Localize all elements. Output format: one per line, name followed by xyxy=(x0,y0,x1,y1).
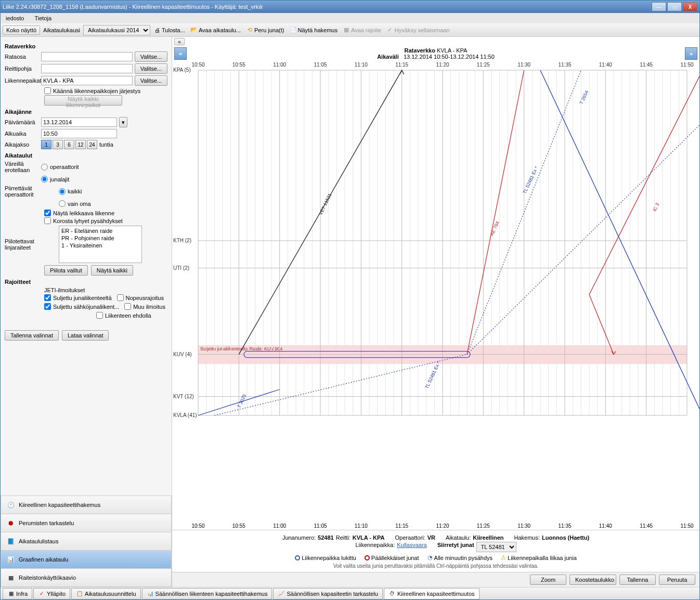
nav-graafinen[interactable]: 📊Graafinen aikataulu xyxy=(1,551,172,569)
maximize-button[interactable]: ▭ xyxy=(667,2,682,11)
koko-naytto-button[interactable]: Koko näyttö xyxy=(3,25,40,35)
hyvaksy-button[interactable]: ✓Hyväksy sellaisenaan xyxy=(384,25,452,35)
train-graph[interactable]: 10:5010:5010:5510:5511:0011:0011:0511:05… xyxy=(172,61,699,530)
aikataulut-title: Aikataulut xyxy=(5,152,167,159)
status-tab-aikataulusuunnittelu[interactable]: 📋Aikataulusuunnittelu xyxy=(71,588,140,599)
piilota-button[interactable]: Piilota valitut xyxy=(44,265,88,276)
nopeusrajoitus-checkbox[interactable] xyxy=(117,294,124,301)
aikataulukausi-label: Aikataulukausi xyxy=(41,26,82,34)
chart-rataverkko-value: KVLA - KPA xyxy=(437,47,468,54)
liikennepaikat-input[interactable] xyxy=(41,76,133,85)
clock-icon: 🕐 xyxy=(6,500,16,510)
liikennepaikat-valitse-button[interactable]: Valitse... xyxy=(135,75,167,86)
reittipohja-input[interactable] xyxy=(41,64,133,73)
piirrettavat-label: Piirrettävät operaattorit xyxy=(5,185,57,198)
legend-lukittu-icon xyxy=(295,555,300,560)
print-icon: 🖨 xyxy=(153,27,161,34)
datepicker-button[interactable]: ▾ xyxy=(119,117,127,127)
rataverkko-title: Rataverkko xyxy=(5,43,167,49)
aikataulukausi-select[interactable]: Aikataulukausi 2014 xyxy=(83,25,150,35)
liikenteen-ehdolla-checkbox[interactable] xyxy=(96,312,103,319)
svg-line-69 xyxy=(540,70,699,415)
titlebar[interactable]: Liike 2.24.r30872_1208_1158 (Laadunvarmi… xyxy=(1,1,699,13)
avaa-rajoite-button[interactable]: ▦Avaa rajoite xyxy=(341,25,383,35)
nayta-kaikki-button[interactable]: Näytä kaikki xyxy=(91,265,133,276)
jakso-1[interactable]: 1 xyxy=(41,140,51,149)
jakso-3[interactable]: 3 xyxy=(53,140,63,149)
peruuta-button[interactable]: Peruuta xyxy=(659,575,695,585)
operaattorit-radio[interactable] xyxy=(41,164,48,171)
rajoitteet-title: Rajoitteet xyxy=(5,279,167,285)
suljettu-junal-checkbox[interactable] xyxy=(44,294,51,301)
jakso-12[interactable]: 12 xyxy=(75,140,86,149)
prev-arrow-button[interactable]: « xyxy=(174,47,187,60)
paivamaara-label: Päivämäärä xyxy=(5,119,39,125)
list-item[interactable]: ER - Eteläinen raide xyxy=(60,227,140,234)
collapse-button[interactable]: « xyxy=(174,38,185,45)
list-item[interactable]: 1 - Yksiraiteinen xyxy=(60,242,140,249)
close-button[interactable]: X xyxy=(683,2,697,11)
tuntia-label: tuntia xyxy=(99,141,113,148)
kooste-button[interactable]: Koostetaulukko xyxy=(569,575,616,585)
list-item[interactable]: PR - Pohjoinen raide xyxy=(60,234,140,242)
korosta-checkbox[interactable] xyxy=(44,217,51,224)
status-tab-kiireellinen[interactable]: ⏱Kiireellinen kapasiteettimuutos xyxy=(384,588,479,599)
check-icon: ✓ xyxy=(386,27,394,34)
toolbar: Koko näyttö Aikataulukausi Aikataulukaus… xyxy=(1,23,699,37)
paivamaara-input[interactable] xyxy=(41,118,117,127)
leikkaava-checkbox[interactable] xyxy=(44,210,51,216)
jakso-24[interactable]: 24 xyxy=(87,140,97,149)
plan-icon: 📋 xyxy=(76,590,83,597)
kaanna-checkbox[interactable] xyxy=(44,87,51,94)
kaikki-radio[interactable] xyxy=(59,188,66,195)
tallenna-button[interactable]: Tallenna xyxy=(619,575,656,585)
legend-liikaa-icon: ⚠ xyxy=(501,554,506,561)
peru-juna-button[interactable]: ⟲Peru juna(t) xyxy=(244,25,286,35)
chart-svg xyxy=(172,61,699,530)
junalajit-radio[interactable] xyxy=(41,176,48,182)
status-tab-saannollinen-hakemus[interactable]: 📊Säännöllisen liikenteen kapasiteettihak… xyxy=(142,588,273,599)
yllapito-icon: ✓ xyxy=(38,590,45,597)
nav-aikataululistaus[interactable]: 📘Aikataululistaus xyxy=(1,532,172,551)
vain-oma-radio[interactable] xyxy=(59,200,66,207)
muu-ilmoitus-checkbox[interactable] xyxy=(124,303,131,310)
jakso-6[interactable]: 6 xyxy=(64,140,74,149)
avaa-aikataulu-button[interactable]: 📂Avaa aikataulu... xyxy=(188,25,243,35)
doc-icon: 📄 xyxy=(290,27,297,34)
content: « « Rataverkko KVLA - KPA Aikaväli 13.12… xyxy=(172,37,699,587)
nav-perumisten[interactable]: ⬢Perumisten tarkastelu xyxy=(1,514,172,532)
menu-tiedosto[interactable]: iedosto xyxy=(3,14,27,22)
stop-icon: ⬢ xyxy=(6,518,16,528)
siirretyt-select[interactable]: TL 52481 xyxy=(476,542,516,552)
open-icon: 📂 xyxy=(190,27,198,34)
nayta-hakemus-button[interactable]: 📄Näytä hakemus xyxy=(288,25,340,35)
suljettu-sahko-checkbox[interactable] xyxy=(44,303,51,310)
nav-kapasiteettihakemus[interactable]: 🕐Kiireellinen kapasiteettihakemus xyxy=(1,496,172,514)
aikajakso-buttons: 1 3 6 12 24 xyxy=(41,140,97,149)
legend-alle-min-icon: ◔ xyxy=(427,554,433,561)
jeti-label: JETI-ilmoitukset xyxy=(44,287,167,293)
reg-icon: 📊 xyxy=(147,590,154,597)
rataosa-valitse-button[interactable]: Valitse... xyxy=(135,51,167,62)
zoom-button[interactable]: Zoom xyxy=(530,575,566,585)
status-tab-infra[interactable]: ▦Infra xyxy=(3,588,32,599)
raiteet-listbox[interactable]: ER - Eteläinen raide PR - Pohjoinen raid… xyxy=(59,226,142,263)
tulosta-button[interactable]: 🖨Tulosta... xyxy=(151,25,187,35)
chart-icon: 📊 xyxy=(6,555,16,564)
rataosa-input[interactable] xyxy=(41,52,133,61)
reittipohja-valitse-button[interactable]: Valitse... xyxy=(135,63,167,74)
svg-line-68 xyxy=(467,70,524,355)
legend-paallekkaiset-icon xyxy=(365,555,370,560)
next-arrow-button[interactable]: » xyxy=(685,47,697,60)
minimize-button[interactable]: — xyxy=(652,2,666,11)
lataa-valinnat-button[interactable]: Lataa valinnat xyxy=(62,330,109,341)
status-tab-yllapito[interactable]: ✓Ylläpito xyxy=(33,588,70,599)
status-tab-saannollinen-tarkastelu[interactable]: 📈Säännöllisen kapasiteetin tarkastelu xyxy=(273,588,383,599)
svg-line-71 xyxy=(589,295,614,355)
tallenna-valinnat-button[interactable]: Tallenna valinnat xyxy=(5,330,59,341)
alkuaika-input[interactable] xyxy=(41,129,117,138)
nav-raiteistonkaytto[interactable]: ▦Raiteistonkäyttökaavio xyxy=(1,569,172,587)
liikennepaikka-link[interactable]: Kullasvaara xyxy=(397,542,426,552)
nayta-kaikki-lp-button[interactable]: Näytä kaikki liikennepaikat xyxy=(44,95,122,106)
menu-tietoja[interactable]: Tietoja xyxy=(31,14,55,22)
